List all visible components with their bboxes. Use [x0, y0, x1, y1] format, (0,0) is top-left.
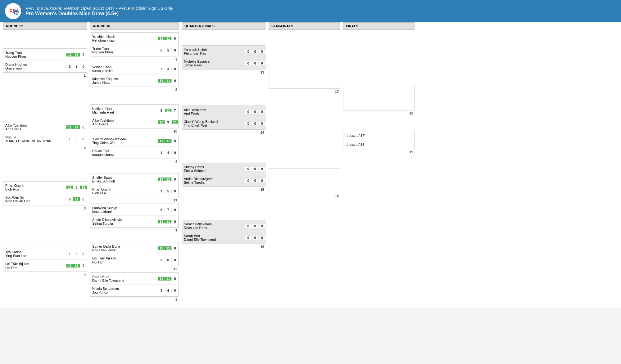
finals-col: FINALS 20 Loser of 17 Loser of 18 19	[343, 22, 415, 302]
r32-m2-team1: Aiko Yoshitomi Anri Ferris 11 11 0	[3, 121, 87, 133]
bracket-num-16: 16	[182, 245, 265, 249]
sf-18-card	[269, 168, 340, 193]
bracket-num-10: 10	[90, 129, 179, 133]
r32-match-3: Phan Quynh Bich Hua 11 8 11 Yun Wen Su W…	[3, 181, 87, 210]
r32-m1-team1: Trang Tran Nguyen Phan 11 11 0	[3, 49, 87, 61]
header-subtitle: Pro Women's Doubles Main Draw (4.5+)	[25, 11, 173, 16]
bracket-num-6: 6	[90, 160, 179, 164]
r32-m3-team2: Yun Wen Su Wen Hsuan Lien 5 11 8	[3, 193, 87, 205]
sf-header: SEMI-FINALS	[269, 22, 340, 30]
sf-17-card	[269, 64, 340, 89]
qf-16-team1: Somer Dalla-Bona Roos van Reek 0 0 0	[182, 220, 265, 232]
qf-13-team1: Yu-chieh Hsieh Pei-chuan Kao 0 0 0	[182, 46, 265, 57]
r16-match-6: Xiao Yi Wang-Beckvall Ting Chieh Wei 11 …	[90, 135, 179, 164]
bracket-num-15: 15	[182, 187, 265, 192]
bracket-num-4: 4	[3, 272, 87, 277]
r16-m9-team1: Yu-chieh Hsieh Pei-chuan Kao 11 11 0	[90, 33, 178, 44]
r16-m7-team2: Andie Dikosavljevic Selina Turulja 11 11…	[90, 216, 178, 227]
bracket-num-8: 8	[90, 297, 179, 302]
r32-match-1-card: Trang Tran Nguyen Phan 11 11 0 Diana Hug…	[3, 48, 87, 73]
bracket-num-17: 17	[269, 89, 340, 94]
logo: PPA pb	[5, 3, 21, 19]
qf-14-team2: Xiao Yi Wang-Beckvall Ting Chieh Wei 0 0…	[182, 118, 265, 129]
r16-match-5-card: Venise Chan sarah jane lim 7 3 0 Michell…	[90, 63, 179, 87]
r16-m8-team2: Nicola Schoeman Jou Yu Ko 3 4 0	[90, 285, 178, 296]
finals-20-card	[343, 86, 415, 110]
r16-match-12: Somer Dalla-Bona Roos van Reek 11 11 0 L…	[90, 242, 179, 271]
finals-19-card: Loser of 17 Loser of 18	[343, 131, 415, 149]
r16-m7-team1: Ludovica Sciaky Isha Lakhani 6 7 0	[90, 204, 178, 216]
r32-m4-team1: Tya Karina Ying Suet Lam 1 9 0	[3, 248, 87, 260]
qf-15-team1: Shelby Bates Emilia Schmidt 0 0 0	[182, 163, 265, 175]
qf-13-card: Yu-chieh Hsieh Pei-chuan Kao 0 0 0 Miche…	[182, 45, 265, 70]
qf-match-15: Shelby Bates Emilia Schmidt 0 0 0 Andie …	[182, 163, 265, 192]
round16-header: ROUND 16	[90, 22, 179, 30]
r16-match-6-card: Xiao Yi Wang-Beckvall Ting Chieh Wei 11 …	[90, 135, 179, 159]
r16-m5-team2: Michelle Esquivel Jamie Haas 11 11 0	[90, 75, 178, 87]
finals-match-19: Loser of 17 Loser of 18 19	[343, 131, 415, 154]
r16-match-11-card: Shelby Bates Emilia Schmidt 11 11 0 Phan…	[90, 173, 179, 197]
sf-match-17: 17	[269, 64, 340, 94]
qf-match-14: Aiko Yoshitomi Anri Ferris 0 0 0 Xiao Yi…	[182, 106, 265, 135]
round32-col: ROUND 32 Trang Tran Nguyen Phan 11 11 0	[3, 22, 87, 302]
r16-match-8: Sarah Burr Danni-Elle Townsend 11 11 0 N…	[90, 272, 179, 302]
r16-m11-team2: Phan Quynh Bich Hua 1 5 0	[90, 185, 178, 197]
r16-match-8-card: Sarah Burr Danni-Elle Townsend 11 11 0 N…	[90, 272, 179, 297]
r32-m1-team2: Diana Hughes Grace woo 2 2 0	[3, 61, 87, 72]
header-text: PPA Tour Australia: Vietnam Open SOLD OU…	[25, 6, 173, 16]
qf-header: QUARTER FINALS	[182, 22, 265, 30]
r16-match-10-card: Kaitlynn Hart Michaela Haet 8 11 7 Aiko …	[90, 104, 179, 128]
r32-m2-team2: Nga Le THANH HOANG NGAN TRAN 1 0 0	[3, 133, 87, 145]
r32-match-2: Aiko Yoshitomi Anri Ferris 11 11 0 Nga L…	[3, 121, 87, 150]
qf-13-team2: Michelle Esquivel Jamie Haas 0 0 0	[182, 57, 265, 69]
sf-col: SEMI-FINALS 17 18	[269, 22, 340, 302]
bracket-num-13: 13	[182, 70, 265, 74]
r32-match-2-card: Aiko Yoshitomi Anri Ferris 11 11 0 Nga L…	[3, 121, 87, 145]
bracket-num-2: 2	[3, 146, 87, 150]
r16-m10-team1: Kaitlynn Hart Michaela Haet 8 11 7	[90, 105, 178, 116]
r32-match-4: Tya Karina Ying Suet Lam 1 9 0 Lợi Trần …	[3, 248, 87, 277]
qf-15-team2: Andie Dikosavljevic Selina Turulja 0 0 0	[182, 175, 265, 186]
r16-match-10: Kaitlynn Hart Michaela Haet 8 11 7 Aiko …	[90, 104, 179, 133]
sf-match-18: 18	[269, 168, 340, 198]
r32-match-4-card: Tya Karina Ying Suet Lam 1 9 0 Lợi Trần …	[3, 248, 87, 272]
bracket-num-9: 9	[90, 57, 179, 61]
qf-match-13: Yu-chieh Hsieh Pei-chuan Kao 0 0 0 Miche…	[182, 45, 265, 74]
r16-m12-team2: Lợi Trần thị kim Ho Tâm 3 8 0	[90, 254, 178, 266]
header-title: PPA Tour Australia: Vietnam Open SOLD OU…	[25, 6, 173, 11]
r16-match-9-card: Yu-chieh Hsieh Pei-chuan Kao 11 11 0 Tra…	[90, 32, 179, 56]
r16-m6-team1: Xiao Yi Wang-Beckvall Ting Chieh Wei 11 …	[90, 135, 178, 147]
bracket-num-19: 19	[343, 150, 415, 154]
r16-match-7-card: Ludovica Sciaky Isha Lakhani 6 7 0 Andie…	[90, 204, 179, 228]
round32-header: ROUND 32	[3, 22, 87, 30]
bracket-num-3: 3	[3, 206, 87, 210]
bracket-num-7: 7	[90, 228, 179, 233]
qf-16-team2: Sarah Burr Danni-Elle Townsend 0 0 0	[182, 232, 265, 244]
finals-header: FINALS	[343, 22, 415, 30]
r16-m12-team1: Somer Dalla-Bona Roos van Reek 11 11 0	[90, 242, 178, 254]
header: PPA pb PPA Tour Australia: Vietnam Open …	[0, 0, 621, 22]
bracket-num-14: 14	[182, 130, 265, 135]
qf-15-card: Shelby Bates Emilia Schmidt 0 0 0 Andie …	[182, 163, 265, 187]
bracket-num-18: 18	[269, 194, 340, 198]
loser17-text: Loser of 17	[343, 131, 414, 140]
r16-m8-team1: Sarah Burr Danni-Elle Townsend 11 11 0	[90, 273, 178, 285]
loser18-text: Loser of 18	[343, 140, 414, 149]
r16-match-12-card: Somer Dalla-Bona Roos van Reek 11 11 0 L…	[90, 242, 179, 266]
round16-col: ROUND 16 Yu-chieh Hsieh Pei-chuan Kao 11…	[90, 22, 179, 302]
qf-14-team1: Aiko Yoshitomi Anri Ferris 0 0 0	[182, 106, 265, 118]
bracket-num-5: 5	[90, 88, 179, 92]
r32-match-3-card: Phan Quynh Bich Hua 11 8 11 Yun Wen Su W…	[3, 181, 87, 205]
qf-16-card: Somer Dalla-Bona Roos van Reek 0 0 0 Sar…	[182, 220, 265, 244]
r32-match-1: Trang Tran Nguyen Phan 11 11 0 Diana Hug…	[3, 48, 87, 78]
qf-col: QUARTER FINALS Yu-chieh Hsieh Pei-chuan …	[182, 22, 265, 302]
qf-14-card: Aiko Yoshitomi Anri Ferris 0 0 0 Xiao Yi…	[182, 106, 265, 130]
r16-m5-team1: Venise Chan sarah jane lim 7 3 0	[90, 63, 178, 75]
r16-match-11: Shelby Bates Emilia Schmidt 11 11 0 Phan…	[90, 173, 179, 202]
finals-match-20: 20	[343, 86, 415, 115]
r16-m6-team2: Hsuan Tsai maggie chang 1 4 0	[90, 147, 178, 159]
r16-m9-team2: Trang Tran Nguyen Phan 5 1 0	[90, 44, 178, 56]
bracket-num-1: 1	[3, 73, 87, 78]
bracket-num-11: 11	[90, 198, 179, 202]
r16-match-9: Yu-chieh Hsieh Pei-chuan Kao 11 11 0 Tra…	[90, 32, 179, 61]
